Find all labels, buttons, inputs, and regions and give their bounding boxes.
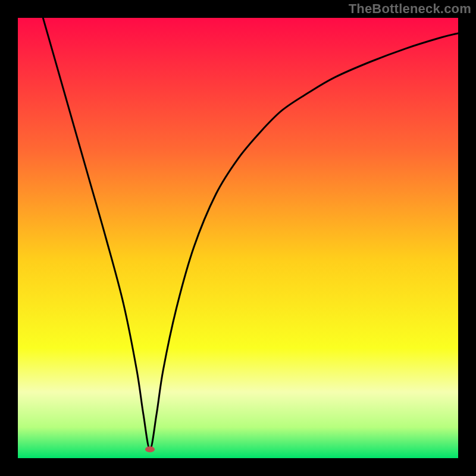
chart-container: TheBottleneck.com — [0, 0, 476, 476]
plot-area — [18, 18, 458, 458]
minimum-marker — [145, 446, 155, 452]
chart-svg — [18, 18, 458, 458]
gradient-background — [18, 18, 458, 458]
watermark-text: TheBottleneck.com — [349, 1, 471, 17]
